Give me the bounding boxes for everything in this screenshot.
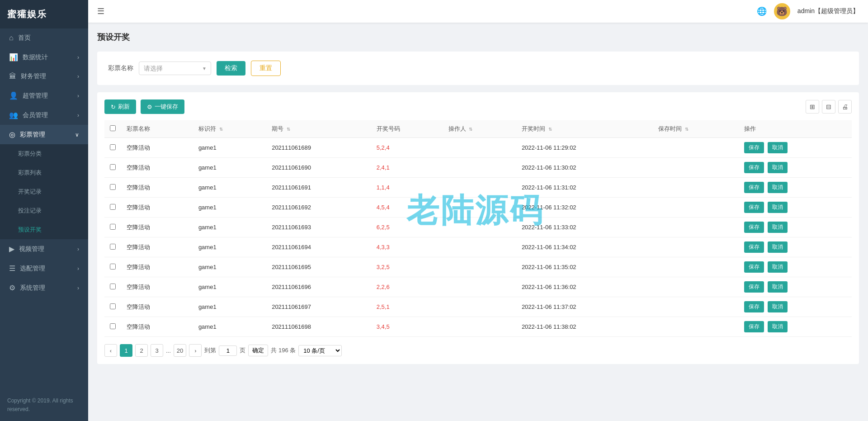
sidebar-item-super-admin[interactable]: 👤 超管管理 › xyxy=(0,86,88,105)
sidebar-item-selection[interactable]: ☰ 选配管理 › xyxy=(0,259,88,278)
cell-period-0: 202111061689 xyxy=(266,138,371,158)
goto-page-input[interactable] xyxy=(219,345,237,356)
cell-period-4: 202111061693 xyxy=(266,218,371,237)
cell-action-3: 保存 取消 xyxy=(739,198,852,218)
cell-action-0: 保存 取消 xyxy=(739,138,852,158)
sidebar-item-draw-records[interactable]: 开奖记录 xyxy=(0,182,88,201)
sidebar-item-video[interactable]: ▶ 视频管理 › xyxy=(0,239,88,259)
sidebar-item-label: 彩票管理 xyxy=(20,131,45,139)
chevron-right-icon: › xyxy=(77,112,79,118)
sidebar-logo: 蜜獾娱乐 xyxy=(0,0,88,28)
row-checkbox-7[interactable] xyxy=(110,284,116,289)
cancel-row-button-0[interactable]: 取消 xyxy=(768,142,788,153)
cell-action-6: 保存 取消 xyxy=(739,257,852,277)
save-row-button-4[interactable]: 保存 xyxy=(744,222,764,233)
sidebar-item-home[interactable]: ⌂ 首页 xyxy=(0,28,88,47)
save-row-button-8[interactable]: 保存 xyxy=(744,301,764,312)
refresh-button[interactable]: ↻ 刷新 xyxy=(104,99,136,114)
page-size-select[interactable]: 10 条/页 20 条/页 50 条/页 xyxy=(298,345,342,356)
cell-draw-code-4: 6,2,5 xyxy=(371,218,443,237)
search-button[interactable]: 检索 xyxy=(217,61,245,76)
goto-confirm-button[interactable]: 确定 xyxy=(248,345,268,356)
sidebar-item-label: 投注记录 xyxy=(18,207,42,215)
save-all-button[interactable]: ⚙ 一键保存 xyxy=(141,99,184,114)
chevron-right-icon: › xyxy=(77,73,79,80)
cancel-row-button-3[interactable]: 取消 xyxy=(768,202,788,213)
cell-tag-7: game1 xyxy=(193,277,266,297)
print-button[interactable]: 🖨 xyxy=(838,100,852,114)
cell-tag-3: game1 xyxy=(193,198,266,218)
sort-icon[interactable]: ⇅ xyxy=(469,127,472,132)
sidebar-item-lottery-category[interactable]: 彩票分类 xyxy=(0,144,88,163)
row-checkbox-8[interactable] xyxy=(110,303,116,309)
th-save-time: 保存时间 ⇅ xyxy=(653,120,738,138)
sidebar-item-system[interactable]: ⚙ 系统管理 › xyxy=(0,278,88,298)
sidebar-item-data-stats[interactable]: 📊 数据统计 › xyxy=(0,47,88,67)
cell-name-0: 空降活动 xyxy=(121,138,193,158)
page-2-button[interactable]: 2 xyxy=(135,344,148,357)
select-all-checkbox[interactable] xyxy=(110,125,116,131)
sidebar-item-label: 财务管理 xyxy=(21,72,46,80)
cancel-row-button-6[interactable]: 取消 xyxy=(768,261,788,273)
save-row-button-5[interactable]: 保存 xyxy=(744,241,764,253)
chevron-right-icon: › xyxy=(77,265,79,272)
table-row: 空降活动 game1 202111061697 2,5,1 2022-11-06… xyxy=(104,297,852,317)
cell-operator-7 xyxy=(443,277,516,297)
cell-tag-6: game1 xyxy=(193,257,266,277)
save-row-button-2[interactable]: 保存 xyxy=(744,182,764,193)
sidebar-item-label: 彩票分类 xyxy=(18,150,42,158)
cell-save-time-9 xyxy=(653,317,738,337)
cell-operator-5 xyxy=(443,237,516,257)
row-checkbox-0[interactable] xyxy=(110,144,116,150)
cancel-row-button-4[interactable]: 取消 xyxy=(768,222,788,233)
header: ☰ 🌐 🐻 admin【超级管理员】 xyxy=(88,0,868,23)
save-row-button-7[interactable]: 保存 xyxy=(744,281,764,293)
sidebar-item-lottery-list[interactable]: 彩票列表 xyxy=(0,163,88,182)
row-checkbox-9[interactable] xyxy=(110,323,116,329)
admin-icon: 👤 xyxy=(9,91,18,100)
save-row-button-6[interactable]: 保存 xyxy=(744,261,764,273)
row-checkbox-4[interactable] xyxy=(110,224,116,230)
sort-icon[interactable]: ⇅ xyxy=(548,127,552,132)
sidebar-item-members[interactable]: 👥 会员管理 › xyxy=(0,105,88,125)
lottery-name-select[interactable]: 请选择 xyxy=(139,61,211,75)
row-checkbox-3[interactable] xyxy=(110,204,116,210)
cancel-row-button-5[interactable]: 取消 xyxy=(768,241,788,253)
sort-icon[interactable]: ⇅ xyxy=(685,127,689,132)
page-20-button[interactable]: 20 xyxy=(174,344,186,357)
avatar[interactable]: 🐻 xyxy=(774,3,790,19)
next-page-button[interactable]: › xyxy=(189,344,202,357)
row-checkbox-6[interactable] xyxy=(110,264,116,270)
cancel-row-button-8[interactable]: 取消 xyxy=(768,301,788,312)
row-checkbox-2[interactable] xyxy=(110,184,116,190)
cell-save-time-5 xyxy=(653,237,738,257)
save-row-button-3[interactable]: 保存 xyxy=(744,202,764,213)
page-3-button[interactable]: 3 xyxy=(151,344,163,357)
cancel-row-button-9[interactable]: 取消 xyxy=(768,321,788,332)
list-view-button[interactable]: ⊟ xyxy=(822,100,835,114)
sort-icon[interactable]: ⇅ xyxy=(219,127,223,132)
cell-draw-time-9: 2022-11-06 11:38:02 xyxy=(516,317,653,337)
prev-page-button[interactable]: ‹ xyxy=(104,344,117,357)
cell-action-8: 保存 取消 xyxy=(739,297,852,317)
menu-toggle-icon[interactable]: ☰ xyxy=(97,6,104,16)
cancel-row-button-7[interactable]: 取消 xyxy=(768,281,788,293)
sidebar-item-finance[interactable]: 🏛 财务管理 › xyxy=(0,67,88,86)
reset-button[interactable]: 重置 xyxy=(251,61,281,76)
row-checkbox-5[interactable] xyxy=(110,244,116,250)
grid-view-button[interactable]: ⊞ xyxy=(806,100,819,114)
globe-icon[interactable]: 🌐 xyxy=(757,6,767,16)
cancel-row-button-1[interactable]: 取消 xyxy=(768,162,788,173)
save-row-button-9[interactable]: 保存 xyxy=(744,321,764,332)
save-row-button-1[interactable]: 保存 xyxy=(744,162,764,173)
cell-name-1: 空降活动 xyxy=(121,158,193,178)
sidebar-item-bet-records[interactable]: 投注记录 xyxy=(0,201,88,220)
cancel-row-button-2[interactable]: 取消 xyxy=(768,182,788,193)
sidebar-item-lottery[interactable]: ◎ 彩票管理 ∨ xyxy=(0,125,88,144)
page-1-button[interactable]: 1 xyxy=(120,344,132,357)
save-row-button-0[interactable]: 保存 xyxy=(744,142,764,153)
sidebar-item-preset-draw[interactable]: 预设开奖 xyxy=(0,220,88,239)
row-checkbox-1[interactable] xyxy=(110,164,116,170)
sort-icon[interactable]: ⇅ xyxy=(287,127,290,132)
cell-action-7: 保存 取消 xyxy=(739,277,852,297)
